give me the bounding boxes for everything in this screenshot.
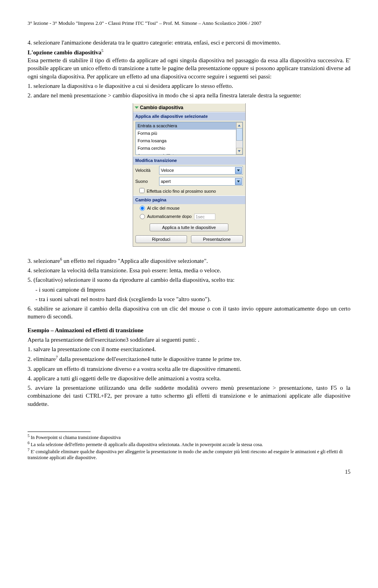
auto-delay-field[interactable] xyxy=(194,214,215,220)
body-text: 4. applicare a tutti gli oggetti delle t… xyxy=(28,374,350,382)
chevron-down-icon[interactable] xyxy=(235,178,242,185)
body-text: 1. salvare la presentazione con il nome … xyxy=(28,345,350,353)
panel-title: Cambio diapositiva xyxy=(140,104,183,111)
body-text: 5. avviare la presentazione utilizzando … xyxy=(28,384,350,408)
footnote-separator xyxy=(28,432,91,432)
body-text: dalla presentazione dell'esercitazione4 … xyxy=(58,356,241,362)
body-text: 1. selezionare la diapositiva o le diapo… xyxy=(28,82,350,90)
transition-listbox[interactable]: Entrata a scacchiera Forma più Forma los… xyxy=(135,122,243,155)
svg-marker-3 xyxy=(237,169,240,171)
sound-label: Suono xyxy=(135,179,159,184)
sound-dropdown[interactable]: apert xyxy=(159,177,243,186)
section-modify-header: Modifica transizione xyxy=(133,156,245,165)
collapse-icon xyxy=(135,106,139,110)
footnote: 6 La sola selezione dell'effetto permett… xyxy=(28,441,350,448)
list-item[interactable]: Forma più xyxy=(136,130,243,137)
footnote: 7 E' consigliabile eliminare qualche dia… xyxy=(28,448,350,461)
svg-marker-2 xyxy=(238,150,241,152)
body-text: - i suoni campione di Impress xyxy=(28,286,350,294)
body-text: Essa permette di stabilire il tipo di ef… xyxy=(28,57,350,80)
presentation-button[interactable]: Presentazione xyxy=(191,235,243,243)
body-text: 2. eliminare7 dalla presentazione dell'e… xyxy=(28,355,350,363)
speed-dropdown[interactable]: Veloce xyxy=(159,166,243,175)
body-text: un effetto nel riquadro "Applica alle di… xyxy=(62,258,208,264)
body-text: 6. stabilire se azionare il cambio della… xyxy=(28,305,350,321)
dropdown-value: apert xyxy=(161,179,171,184)
panel-titlebar[interactable]: Cambio diapositiva xyxy=(133,103,245,112)
dropdown-value: Veloce xyxy=(161,167,174,173)
list-item[interactable]: A comparsa dall'interno xyxy=(136,152,243,155)
onclick-label: Al clic del mouse xyxy=(147,205,180,211)
scrollbar[interactable] xyxy=(236,122,243,154)
list-item[interactable]: Forma cerchio xyxy=(136,145,243,152)
auto-label: Automaticamente dopo xyxy=(147,214,192,220)
list-item[interactable]: Forma losanga xyxy=(136,137,243,145)
body-text: 4. selezionare l'animazione desiderata t… xyxy=(28,39,350,47)
footnote: 5 In Powerpoint si chiama transizione di… xyxy=(28,434,350,441)
example-heading: Esempio – Animazioni ed effetti di trans… xyxy=(28,326,350,334)
body-text: 2. eliminare xyxy=(28,356,56,362)
body-text: 3. selezionare6 un effetto nel riquadro … xyxy=(28,257,350,265)
body-text: 5. (facoltativo) selezionare il suono da… xyxy=(28,276,350,284)
section-heading: L'opzione cambio diapositiva xyxy=(28,49,102,56)
svg-marker-1 xyxy=(238,125,241,127)
section-heading-para: L'opzione cambio diapositiva5 Essa perme… xyxy=(28,48,350,80)
svg-marker-0 xyxy=(135,106,139,109)
body-text: - tra i suoni salvati nel nostro hard di… xyxy=(28,295,350,303)
section-apply-header: Applica alle diapositive selezionate xyxy=(133,112,245,121)
list-item[interactable]: Entrata a scacchiera xyxy=(136,122,243,130)
loop-label: Effettua ciclo fino al prossimo suono xyxy=(147,188,216,194)
body-text: 3. selezionare xyxy=(28,258,60,264)
body-text: 3. applicare un effetto di transizione d… xyxy=(28,365,350,373)
svg-marker-4 xyxy=(237,180,240,182)
apply-all-button[interactable]: Applica a tutte le diapositive xyxy=(150,223,228,231)
auto-radio[interactable] xyxy=(140,214,145,219)
footnote-ref: 5 xyxy=(102,48,104,53)
example-title: Esempio – Animazioni ed effetti di trans… xyxy=(28,327,143,333)
onclick-radio[interactable] xyxy=(140,206,145,211)
page-header: 3° lezione - 3° Modulo "Impress 2.0" - C… xyxy=(28,20,350,27)
scroll-thumb[interactable] xyxy=(236,128,243,141)
section-advance-header: Cambio pagina xyxy=(133,195,245,204)
body-text: Aperta la presentazione dell'esercitazio… xyxy=(28,336,350,344)
body-text: 4. selezionare la velocità della transiz… xyxy=(28,266,350,274)
loop-checkbox[interactable] xyxy=(139,188,145,193)
slide-transition-panel: Cambio diapositiva Applica alle diaposit… xyxy=(133,103,246,247)
body-text: 2. andare nel menù presentazione > cambi… xyxy=(28,91,350,99)
page-number: 15 xyxy=(28,469,350,476)
chevron-down-icon[interactable] xyxy=(235,167,242,174)
speed-label: Velocità xyxy=(135,167,159,173)
scroll-down-icon[interactable] xyxy=(236,148,243,154)
play-button[interactable]: Riproduci xyxy=(135,235,187,243)
